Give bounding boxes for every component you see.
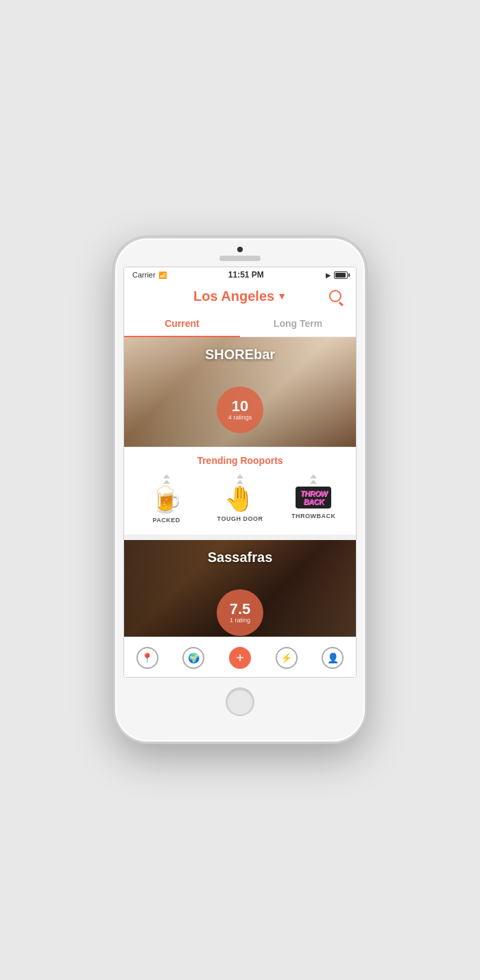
nav-location[interactable]: 📍 [132,643,163,673]
phone-frame: Carrier 📶 11:51 PM ▶ Los Angeles ▼ [113,236,367,744]
rooport-icon-packed: 🍺 [150,474,182,513]
discover-icon: 🌍 [182,647,204,669]
volume-up-button[interactable] [113,352,115,376]
location-icon: 📍 [136,647,158,669]
rooport-label-tough-door: TOUGH DOOR [217,515,263,522]
content-area: SHOREbar 10 4 ratings Trending Rooports [124,337,356,637]
city-name: Los Angeles [193,289,274,304]
beer-mug-icon: 🍺 [150,487,182,513]
venue-name-shorebar: SHOREbar [124,347,356,363]
bottom-navigation: 📍 🌍 + ⚡ 👤 [124,637,356,677]
phone-screen: Carrier 📶 11:51 PM ▶ Los Angeles ▼ [123,267,357,678]
location-pin-icon: 📍 [141,652,153,663]
earpiece-speaker [219,256,261,261]
venue-name-sassafras: Sassafras [124,550,356,565]
plus-icon: + [236,650,244,666]
tab-long-term[interactable]: Long Term [240,311,356,337]
rooport-tough-door[interactable]: 🤚 TOUGH DOOR [203,474,276,522]
search-button[interactable] [326,286,345,306]
arrow-up-6 [310,480,317,484]
carrier-info: Carrier 📶 [132,271,167,279]
rooport-icon-tough-door: 🤚 [224,474,255,511]
status-bar: Carrier 📶 11:51 PM ▶ [124,267,356,282]
throwback-text: THROWBACK [300,489,327,506]
rating-number-sassafras: 7.5 [230,602,251,617]
venue-image-sassafras: Sassafras 7.5 1 rating [124,540,356,637]
arrow-up-4 [237,480,243,484]
tab-current[interactable]: Current [124,311,240,337]
arrow-up-5 [310,474,317,478]
rating-bubble-shorebar: 10 4 ratings [217,387,263,433]
status-time: 11:51 PM [228,270,264,280]
nav-add[interactable]: + [225,643,255,673]
phone-top [115,238,365,267]
globe-icon: 🌍 [188,652,200,663]
arrow-up-2 [163,480,170,484]
profile-icon: 👤 [322,647,344,669]
front-camera [237,247,243,252]
location-arrow-icon: ▶ [326,271,331,279]
upvote-arrows-toughdoor [237,474,243,485]
wifi-icon: 📶 [158,271,167,279]
rating-number-shorebar: 10 [232,399,248,414]
bolt-icon: ⚡ [280,652,292,663]
status-indicators: ▶ [326,271,348,279]
app-header: Los Angeles ▼ [124,282,356,311]
venue-card-shorebar[interactable]: SHOREbar 10 4 ratings Trending Rooports [124,337,356,535]
arrow-up-1 [163,474,170,478]
dropdown-arrow-icon: ▼ [277,291,287,302]
upvote-arrows-throwback [310,474,317,485]
city-selector[interactable]: Los Angeles ▼ [193,289,287,304]
user-icon: 👤 [327,652,339,663]
power-button[interactable] [365,362,367,400]
rating-count-sassafras: 1 rating [230,617,250,624]
phone-bottom [226,678,254,727]
nav-profile[interactable]: 👤 [317,643,348,673]
rating-count-shorebar: 4 ratings [228,414,252,421]
nav-lightning[interactable]: ⚡ [272,643,302,673]
rooport-packed[interactable]: 🍺 PACKED [130,474,203,524]
rooport-label-throwback: THROWBACK [291,513,336,519]
throwback-badge: THROWBACK [296,487,331,509]
tab-bar: Current Long Term [124,311,356,337]
rooports-row-shorebar: 🍺 PACKED 🤚 [130,474,350,524]
nav-discover[interactable]: 🌍 [178,643,208,673]
trending-section-shorebar: Trending Rooports 🍺 PACKED [124,447,356,535]
rooport-throwback[interactable]: THROWBACK THROWBACK [277,474,350,519]
battery-icon [334,271,348,279]
add-button-icon: + [229,647,251,669]
trending-title-shorebar: Trending Rooports [130,455,350,466]
venue-card-sassafras[interactable]: Sassafras 7.5 1 rating Trending Rooports [124,540,356,637]
mute-button[interactable] [113,328,115,345]
rooport-icon-throwback: THROWBACK [296,474,331,509]
upvote-arrows-packed [163,474,170,485]
rating-bubble-sassafras: 7.5 1 rating [217,589,263,636]
rooport-label-packed: PACKED [152,517,180,524]
stop-hand-icon: 🤚 [224,487,255,511]
home-button[interactable] [226,687,254,716]
carrier-label: Carrier [132,271,156,279]
venue-image-shorebar: SHOREbar 10 4 ratings [124,337,356,447]
arrow-up-3 [237,474,243,478]
lightning-icon: ⚡ [276,647,298,669]
search-icon [329,290,341,302]
volume-down-button[interactable] [113,382,115,406]
